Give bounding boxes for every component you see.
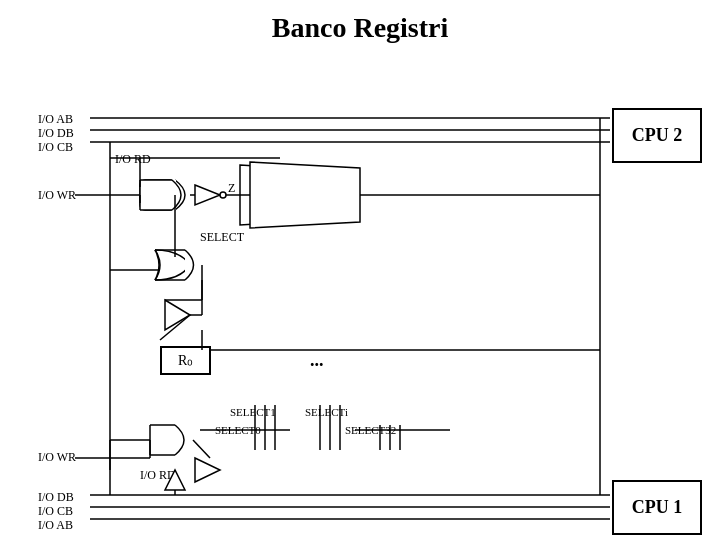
page-title: Banco Registri bbox=[0, 0, 720, 44]
svg-marker-16 bbox=[195, 185, 220, 205]
svg-rect-10 bbox=[140, 180, 176, 210]
svg-marker-55 bbox=[165, 470, 185, 490]
svg-line-51 bbox=[193, 440, 210, 458]
circuit-diagram: Z bbox=[0, 50, 720, 540]
svg-marker-22 bbox=[250, 162, 360, 228]
svg-point-17 bbox=[220, 192, 226, 198]
svg-text:Z: Z bbox=[228, 181, 235, 195]
svg-marker-50 bbox=[195, 458, 220, 482]
diagram: CPU 2 CPU 1 I/O AB I/O DB I/O CB I/O RD … bbox=[0, 50, 720, 540]
